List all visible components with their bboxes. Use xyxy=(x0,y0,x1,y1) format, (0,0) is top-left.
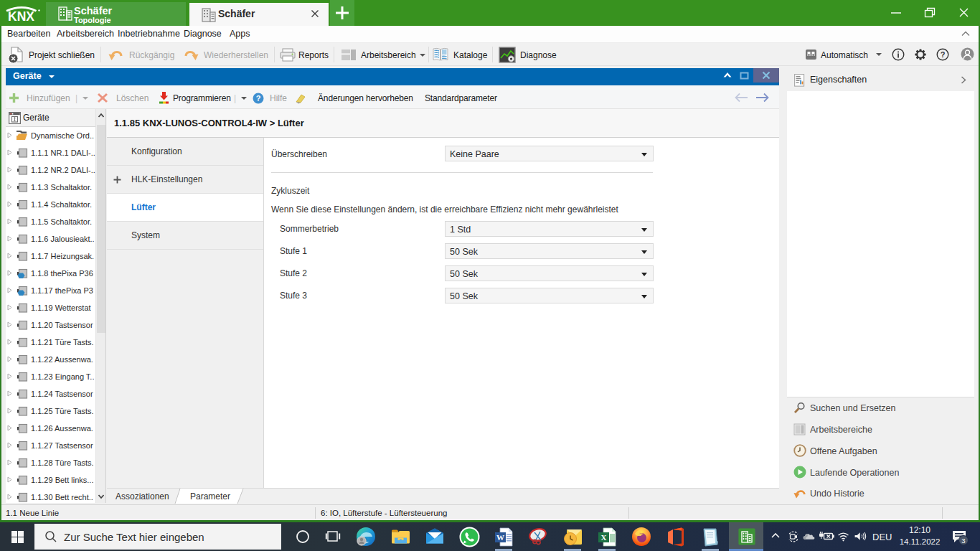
svg-text:W: W xyxy=(496,533,504,542)
svg-text:KNX: KNX xyxy=(8,9,34,24)
svg-text:?: ? xyxy=(256,94,261,103)
svg-text:?: ? xyxy=(941,50,946,59)
svg-text:3: 3 xyxy=(961,537,965,545)
svg-text:X: X xyxy=(601,533,607,542)
